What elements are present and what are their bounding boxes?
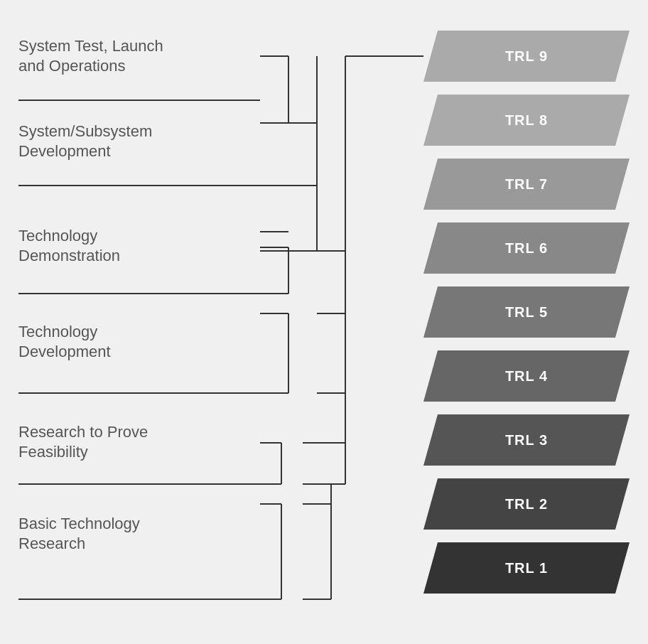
label-tech-dev: TechnologyDevelopment <box>18 322 246 361</box>
trl-diagram: System Test, Launchand Operations System… <box>18 16 630 628</box>
trl-bar-2: TRL 2 <box>423 478 630 530</box>
trl-bar-3: TRL 3 <box>423 414 630 466</box>
trl-bar-7: TRL 7 <box>423 159 630 210</box>
trl-bar-1: TRL 1 <box>423 542 630 594</box>
trl-bar-5: TRL 5 <box>423 286 630 338</box>
label-basic-research: Basic TechnologyResearch <box>18 514 246 553</box>
label-tech-demo: TechnologyDemonstration <box>18 226 246 265</box>
trl-bar-9: TRL 9 <box>423 31 630 82</box>
trl-bar-6: TRL 6 <box>423 222 630 274</box>
trl-bar-8: TRL 8 <box>423 95 630 146</box>
trl-bar-4: TRL 4 <box>423 350 630 402</box>
label-research-feasibility: Research to ProveFeasibility <box>18 422 246 461</box>
label-system-test: System Test, Launchand Operations <box>18 36 246 75</box>
label-subsystem-dev: System/SubsystemDevelopment <box>18 122 246 161</box>
